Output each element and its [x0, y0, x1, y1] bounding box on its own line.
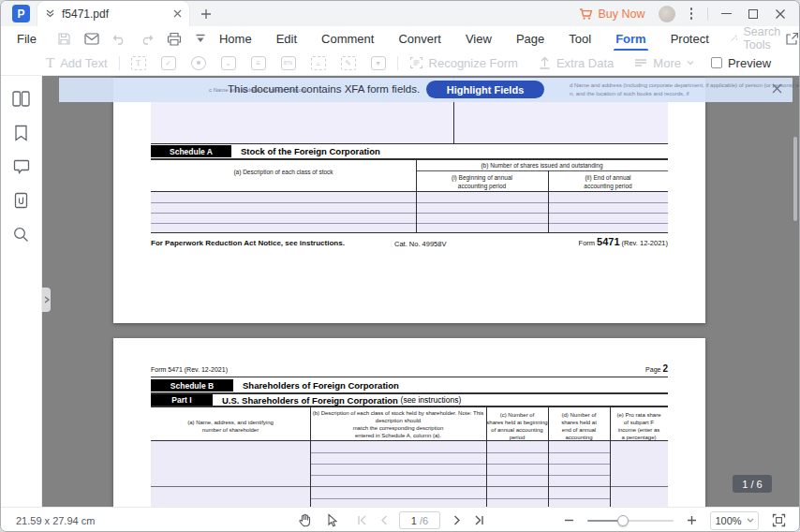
schedule-a-title: Stock of the Foreign Corporation — [231, 145, 380, 157]
chevron-right-icon — [44, 296, 50, 303]
more-menu-icon[interactable] — [689, 7, 695, 20]
recognize-form-button[interactable]: Recognize Form — [409, 56, 518, 70]
print-icon[interactable] — [167, 32, 182, 46]
redo-icon[interactable] — [140, 33, 154, 45]
fit-page-button[interactable] — [772, 513, 786, 527]
thumbnails-panel-icon[interactable] — [12, 91, 30, 107]
app-logo-icon: P — [12, 5, 30, 22]
chevron-double-down-icon[interactable] — [45, 8, 55, 19]
schedule-b-header: Schedule B Shareholders of Foreign Corpo… — [151, 379, 399, 392]
p2-col-c-header: (c) Number of shares held at beginning o… — [486, 411, 548, 441]
main-area: Schedule A Stock of the Foreign Corporat… — [1, 76, 799, 507]
more-button[interactable]: More — [634, 56, 694, 70]
schedule-b-title: Shareholders of Foreign Corporation — [233, 379, 399, 392]
page-dimensions: 21.59 x 27.94 cm — [16, 515, 95, 526]
zoom-slider[interactable] — [587, 515, 674, 526]
date-field-icon[interactable]: ▾ — [371, 56, 386, 70]
menu-home[interactable]: Home — [219, 28, 252, 50]
last-page-button[interactable] — [474, 515, 485, 525]
p2-col-e-header: (e) Pro rata share of subpart F income (… — [610, 411, 668, 441]
promo-gift-icon[interactable] — [659, 6, 675, 22]
bookmarks-panel-icon[interactable] — [14, 125, 28, 141]
part-i-label: Part I — [151, 394, 213, 406]
menu-file[interactable]: File — [17, 28, 37, 50]
document-tab[interactable]: f5471.pdf — [37, 1, 189, 26]
new-tab-button[interactable] — [200, 8, 212, 20]
vertical-scrollbar[interactable] — [793, 137, 797, 221]
text-field-icon[interactable]: T — [131, 56, 146, 70]
divider — [397, 56, 398, 70]
dropdown-field-icon[interactable]: ⌄ — [221, 56, 236, 70]
search-panel-icon[interactable] — [13, 227, 29, 243]
menu-view[interactable]: View — [466, 28, 492, 50]
zoom-out-button[interactable] — [564, 515, 574, 525]
catalog-number: Cat. No. 49958V — [394, 240, 446, 248]
minimize-button[interactable] — [721, 13, 732, 15]
close-window-button[interactable] — [775, 8, 786, 20]
menu-tool[interactable]: Tool — [569, 28, 591, 50]
save-icon[interactable] — [57, 32, 71, 46]
preview-toggle[interactable]: Preview — [711, 56, 771, 70]
extract-data-icon — [539, 56, 551, 69]
pdf-text-fragment: n, and the location of such books and re… — [570, 91, 799, 96]
select-tool-button[interactable] — [326, 513, 339, 527]
document-viewport[interactable]: Schedule A Stock of the Foreign Corporat… — [42, 76, 799, 507]
search-tools-button[interactable]: Search Tools — [730, 25, 786, 52]
share-icon[interactable] — [785, 32, 799, 46]
next-page-button[interactable] — [453, 515, 461, 525]
buy-now-button[interactable]: Buy Now — [579, 7, 644, 21]
hand-tool-button[interactable] — [298, 513, 311, 527]
divider — [119, 56, 120, 70]
pdfelement-window: P f5471.pdf Buy Now — [0, 0, 800, 532]
comments-panel-icon[interactable] — [13, 159, 30, 174]
zoom-in-button[interactable] — [687, 515, 697, 525]
zoom-slider-thumb[interactable] — [617, 515, 629, 526]
image-field-icon[interactable]: ▵ — [311, 56, 326, 70]
listbox-field-icon[interactable]: ≡ — [251, 56, 266, 70]
signature-field-icon[interactable]: ✎ — [341, 56, 356, 70]
menu-comment[interactable]: Comment — [321, 28, 374, 50]
previous-page-button[interactable] — [380, 515, 388, 525]
email-icon[interactable] — [84, 33, 99, 45]
notification-close-icon[interactable] — [771, 82, 783, 95]
add-text-label: Add Text — [60, 56, 107, 70]
first-page-button[interactable] — [356, 515, 367, 525]
menu-form[interactable]: Form — [615, 28, 646, 50]
p2-col-b-header: (b) Description of each class of stock h… — [312, 409, 484, 439]
menu-convert[interactable]: Convert — [398, 28, 441, 50]
col-b-header: (b) Number of shares issued and outstand… — [416, 162, 668, 170]
more-lines-icon — [634, 58, 647, 67]
title-bar: P f5471.pdf Buy Now — [1, 1, 799, 26]
tab-close-icon[interactable] — [173, 9, 182, 18]
add-text-button[interactable]: T Add Text — [46, 55, 108, 71]
col-a-header: (a) Description of each class of stock — [151, 169, 416, 177]
zoom-level-dropdown[interactable]: 100% — [710, 511, 759, 530]
extra-data-button[interactable]: Extra Data — [539, 56, 614, 70]
part-i-header: Part I U.S. Shareholders of Foreign Corp… — [151, 394, 461, 406]
form-number-footer: Form 5471 (Rev. 12-2021) — [579, 236, 668, 247]
tab-title: f5471.pdf — [62, 7, 173, 21]
toolbar-expand-icon[interactable] — [195, 33, 206, 44]
more-label: More — [653, 56, 681, 70]
page-indicator-badge: 1 / 6 — [733, 475, 772, 493]
schedule-a-label: Schedule A — [151, 145, 231, 157]
checkbox-field-icon[interactable]: ✓ — [161, 56, 176, 70]
shareholder-rows-2[interactable] — [151, 487, 668, 507]
sidebar-expand-handle[interactable] — [42, 288, 51, 312]
undo-icon[interactable] — [112, 33, 126, 45]
maximize-button[interactable] — [748, 9, 758, 19]
menu-page[interactable]: Page — [516, 28, 544, 50]
preview-checkbox[interactable] — [711, 57, 722, 68]
chevron-down-icon — [687, 60, 694, 66]
menu-edit[interactable]: Edit — [276, 28, 297, 50]
attachments-panel-icon[interactable] — [14, 192, 28, 209]
page-number-input[interactable]: 1 /6 — [399, 511, 440, 529]
radio-button-field-icon[interactable] — [191, 56, 206, 70]
pdf-page-1: Schedule A Stock of the Foreign Corporat… — [113, 78, 705, 323]
part-i-title: U.S. Shareholders of Foreign Corporation… — [213, 394, 461, 406]
button-field-icon[interactable]: BTN — [281, 56, 296, 70]
highlight-fields-button[interactable]: Highlight Fields — [426, 81, 544, 98]
extra-data-label: Extra Data — [556, 56, 614, 70]
menu-items: Home Edit Comment Convert View Page Tool… — [219, 28, 709, 50]
menu-protect[interactable]: Protect — [671, 28, 709, 50]
